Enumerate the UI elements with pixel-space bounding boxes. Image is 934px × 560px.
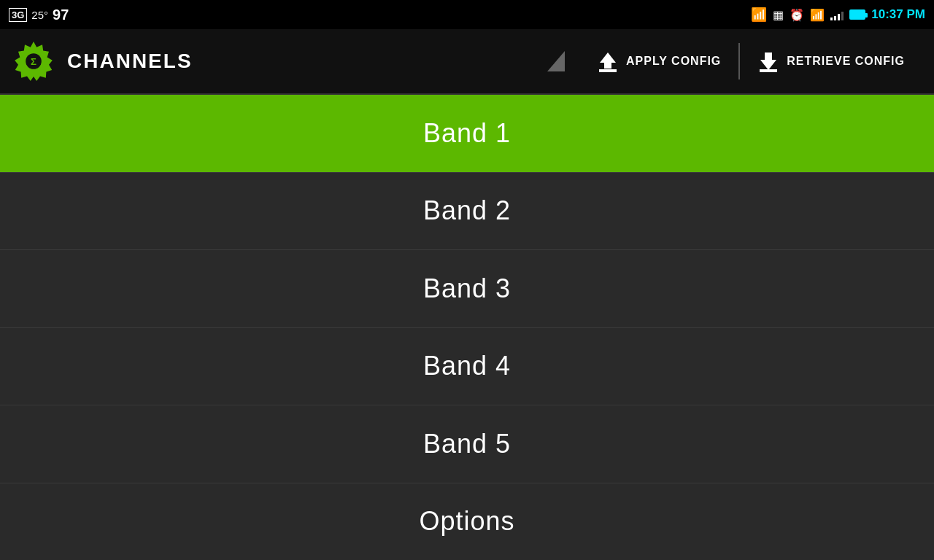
band-1-row[interactable]: Band 1	[0, 95, 934, 173]
retrieve-config-button[interactable]: RETRIEVE CONFIG	[740, 28, 922, 94]
band-1-label: Band 1	[423, 118, 511, 149]
band-2-label: Band 2	[423, 195, 511, 226]
app-icon: Σ	[12, 39, 55, 83]
content: Band 1 Band 2 Band 3 Band 4 Band 5 Optio…	[0, 95, 934, 560]
svg-text:Σ: Σ	[31, 56, 36, 67]
band-2-row[interactable]: Band 2	[0, 173, 934, 251]
band-5-row[interactable]: Band 5	[0, 405, 934, 483]
band-5-label: Band 5	[423, 429, 511, 459]
svg-rect-8	[760, 69, 777, 72]
status-bar: 3G 25° 97 📶 ▦ ⏰ 📶 10:37 PM	[0, 0, 934, 29]
svg-rect-6	[765, 52, 772, 60]
bluetooth-icon: 📶	[751, 7, 767, 23]
app-title: CHANNELS	[67, 50, 547, 73]
temperature: 25°	[31, 9, 48, 21]
signal-strength: 97	[53, 7, 69, 23]
svg-marker-7	[760, 60, 776, 70]
battery-icon	[849, 9, 865, 20]
network-type: 3G	[9, 8, 27, 22]
upload-icon	[597, 50, 619, 73]
signal-bars	[830, 9, 844, 20]
status-right: 📶 ▦ ⏰ 📶 10:37 PM	[751, 7, 925, 23]
retrieve-config-label: RETRIEVE CONFIG	[787, 55, 905, 68]
band-4-label: Band 4	[423, 351, 511, 381]
alarm-icon: ⏰	[790, 8, 804, 22]
svg-marker-4	[600, 52, 616, 63]
band-3-row[interactable]: Band 3	[0, 250, 934, 328]
download-icon	[757, 50, 779, 73]
svg-rect-5	[599, 69, 617, 72]
wifi-icon: 📶	[810, 8, 825, 22]
status-time: 10:37 PM	[871, 7, 925, 22]
options-row[interactable]: Options	[0, 483, 934, 561]
band-4-row[interactable]: Band 4	[0, 328, 934, 406]
apply-config-button[interactable]: APPLY CONFIG	[579, 28, 738, 94]
band-3-label: Band 3	[423, 273, 511, 304]
appbar-buttons: APPLY CONFIG RETRIEVE CONFIG	[579, 28, 922, 94]
options-label: Options	[419, 506, 514, 537]
apply-config-label: APPLY CONFIG	[626, 55, 721, 68]
phone-icon: ▦	[773, 8, 784, 22]
signal-indicator	[547, 51, 565, 71]
app-bar: Σ CHANNELS APPLY CONFIG RETRIEVE CONFIG	[0, 29, 934, 95]
status-left: 3G 25° 97	[9, 7, 69, 23]
